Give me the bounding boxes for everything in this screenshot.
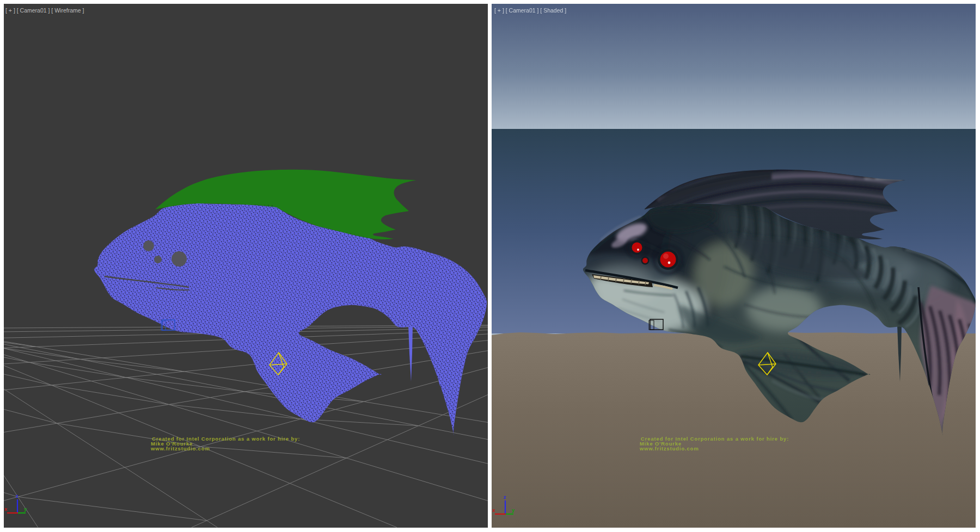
svg-text:z: z [504, 494, 506, 500]
svg-text:x: x [492, 507, 495, 513]
svg-text:y: y [24, 506, 27, 512]
svg-text:www.fritzstudio.com: www.fritzstudio.com [639, 446, 699, 451]
svg-text:www.fritzstudio.com: www.fritzstudio.com [150, 446, 210, 451]
svg-text:z: z [16, 493, 19, 499]
svg-text:y: y [512, 507, 515, 513]
svg-text:x: x [4, 506, 8, 512]
svg-text:[ + ] [ Camera01 ] [ Wireframe: [ + ] [ Camera01 ] [ Wireframe ] [5, 7, 84, 14]
svg-text:[ + ] [ Camera01 ] [ Shaded ]: [ + ] [ Camera01 ] [ Shaded ] [494, 7, 566, 14]
